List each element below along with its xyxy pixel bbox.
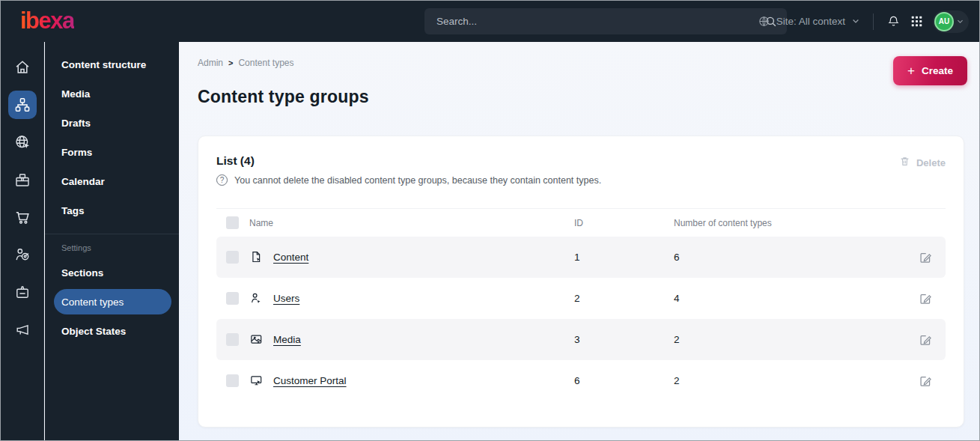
- breadcrumb-admin[interactable]: Admin: [198, 58, 223, 68]
- breadcrumb-current: Content types: [238, 58, 293, 68]
- cart-icon[interactable]: [8, 203, 37, 231]
- create-button-label: Create: [922, 65, 953, 76]
- hint-row: ? You cannot delete the disabled content…: [216, 174, 946, 186]
- group-id: 1: [574, 252, 674, 263]
- table-header-row: Name ID Number of content types: [216, 208, 946, 237]
- help-circle-icon: ?: [216, 174, 228, 186]
- main-content: Admin > Content types + Create Content t…: [179, 42, 980, 441]
- content-type-groups-table: Name ID Number of content types Content …: [216, 208, 946, 401]
- group-count: 6: [674, 252, 898, 263]
- table-row: Users 2 4: [216, 278, 946, 319]
- group-count: 4: [674, 293, 898, 304]
- sitemap-icon[interactable]: [8, 91, 37, 119]
- sidebar-item-content-structure[interactable]: Content structure: [54, 52, 171, 77]
- group-count: 2: [674, 334, 898, 345]
- sidebar-item-calendar[interactable]: Calendar: [54, 168, 171, 194]
- app-grid-icon[interactable]: [910, 15, 923, 28]
- sidebar-menu: Content structure Media Drafts Forms Cal…: [45, 42, 179, 441]
- file-icon: [249, 250, 264, 264]
- ibexa-admin-screen: ibexa Site: All context: [0, 0, 980, 441]
- select-all-checkbox[interactable]: [226, 216, 239, 229]
- badge-icon[interactable]: [8, 278, 37, 306]
- chevron-down-icon: [956, 15, 964, 28]
- breadcrumb: Admin > Content types: [198, 58, 294, 68]
- sidebar-item-media[interactable]: Media: [54, 81, 171, 106]
- notifications-bell-icon[interactable]: [886, 14, 901, 28]
- group-name-link[interactable]: Users: [273, 293, 299, 304]
- edit-button[interactable]: [917, 332, 934, 348]
- column-header-count: Number of content types: [674, 218, 898, 228]
- home-icon[interactable]: [8, 53, 37, 82]
- sidebar-item-object-states[interactable]: Object States: [54, 318, 171, 344]
- group-id: 6: [574, 375, 674, 386]
- table-row: Customer Portal 6 2: [216, 360, 946, 401]
- plus-icon: +: [907, 64, 915, 77]
- global-search: [424, 8, 787, 34]
- topbar-right-controls: Site: All context AU: [758, 1, 969, 42]
- chevron-down-icon: [851, 15, 860, 28]
- delete-button-label: Delete: [916, 157, 946, 168]
- edit-button[interactable]: [917, 291, 934, 307]
- table-row: Content 1 6: [216, 237, 946, 278]
- trash-icon: [899, 156, 910, 169]
- list-title: List (4): [216, 154, 946, 168]
- menu-divider: [45, 234, 179, 234]
- megaphone-icon[interactable]: [8, 315, 37, 344]
- row-checkbox[interactable]: [226, 374, 239, 387]
- menu-section-label: Settings: [45, 243, 179, 252]
- ibexa-logo[interactable]: ibexa: [20, 7, 74, 34]
- avatar: AU: [934, 12, 954, 31]
- breadcrumb-separator: >: [228, 58, 233, 67]
- delete-button[interactable]: Delete: [899, 156, 946, 169]
- group-name-link[interactable]: Media: [273, 334, 301, 345]
- edit-button[interactable]: [917, 249, 934, 266]
- row-checkbox[interactable]: [226, 333, 239, 346]
- sidebar-item-tags[interactable]: Tags: [54, 198, 171, 223]
- topbar-divider: [873, 13, 874, 30]
- sidebar-item-forms[interactable]: Forms: [54, 139, 171, 165]
- package-icon[interactable]: [8, 165, 37, 194]
- topbar: ibexa Site: All context: [1, 1, 979, 42]
- table-row: Media 3 2: [216, 319, 946, 360]
- create-button[interactable]: + Create: [893, 56, 967, 85]
- group-id: 2: [574, 293, 674, 304]
- site-context-selector[interactable]: Site: All context: [758, 15, 860, 28]
- globe-cursor-icon[interactable]: [8, 128, 37, 156]
- row-checkbox[interactable]: [226, 251, 239, 264]
- search-input[interactable]: [424, 16, 764, 27]
- monitor-icon: [249, 374, 264, 388]
- sidebar-item-drafts[interactable]: Drafts: [54, 110, 171, 136]
- content-type-groups-card: List (4) ? You cannot delete the disable…: [198, 136, 964, 428]
- group-id: 3: [574, 334, 674, 345]
- row-checkbox[interactable]: [226, 292, 239, 305]
- user-menu[interactable]: AU: [933, 10, 969, 33]
- column-header-name: Name: [249, 218, 574, 228]
- group-count: 2: [674, 375, 898, 386]
- edit-button[interactable]: [917, 373, 934, 389]
- target-audience-icon[interactable]: [8, 240, 37, 269]
- group-name-link[interactable]: Content: [273, 252, 308, 263]
- column-header-id: ID: [574, 218, 674, 228]
- page-title: Content type groups: [198, 87, 369, 107]
- user-icon: [249, 291, 264, 305]
- group-name-link[interactable]: Customer Portal: [273, 375, 347, 386]
- site-selector-label: Site: All context: [776, 16, 845, 27]
- image-icon: [249, 332, 264, 347]
- globe-icon: [758, 15, 770, 28]
- hint-text: You cannot delete the disabled content t…: [234, 175, 601, 186]
- sidebar-item-sections[interactable]: Sections: [54, 260, 171, 285]
- icon-rail: [1, 42, 44, 441]
- sidebar-item-content-types[interactable]: Content types: [54, 289, 171, 314]
